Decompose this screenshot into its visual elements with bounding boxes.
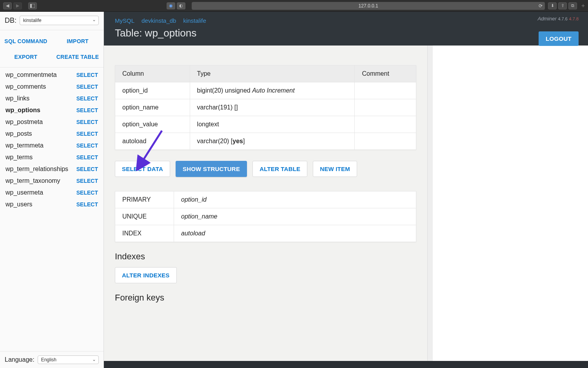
column-name-cell[interactable]: option_id (115, 82, 190, 99)
sidebar-table-row: wp_usermetaSELECT (0, 187, 103, 199)
url-text: 127.0.0.1 (359, 3, 378, 9)
table-select-link[interactable]: SELECT (76, 84, 98, 90)
svg-rect-1 (30, 4, 32, 8)
table-select-link[interactable]: SELECT (76, 95, 98, 102)
table-link[interactable]: wp_termmeta (5, 142, 44, 149)
sidebar-table-row: wp_termmetaSELECT (0, 140, 103, 151)
reload-icon[interactable]: ⟳ (539, 3, 543, 9)
brand: Adminer 4.7.6 4.7.8 (537, 16, 579, 22)
alter-indexes-button[interactable]: ALTER INDEXES (115, 267, 177, 283)
table-link[interactable]: wp_options (5, 107, 40, 114)
index-kind-cell: INDEX (115, 225, 174, 242)
col-header-comment: Comment (355, 66, 416, 82)
col-header-column: Column (115, 66, 190, 82)
column-type-cell: varchar(191) [] (190, 99, 355, 116)
sidebar-toggle-icon[interactable] (28, 2, 37, 9)
index-kind-cell: UNIQUE (115, 208, 174, 225)
footer-bar (104, 361, 588, 368)
select-data-button[interactable]: SELECT DATA (115, 161, 170, 177)
table-select-link[interactable]: SELECT (76, 166, 98, 172)
table-select-link[interactable]: SELECT (76, 189, 98, 196)
show-structure-button[interactable]: SHOW STRUCTURE (176, 161, 247, 177)
table-row: UNIQUEoption_name (115, 208, 416, 225)
new-item-button[interactable]: NEW ITEM (313, 161, 357, 177)
table-select-link[interactable]: SELECT (76, 131, 98, 137)
index-cols-cell: option_name (174, 208, 416, 225)
column-name-cell[interactable]: option_value (115, 116, 190, 133)
table-select-link[interactable]: SELECT (76, 154, 98, 160)
table-row: autoloadvarchar(20) [yes] (115, 133, 416, 150)
nav-forward-button[interactable]: ▶ (13, 2, 22, 9)
sidebar-table-row: wp_linksSELECT (0, 93, 103, 104)
logout-button[interactable]: LOGOUT (539, 31, 579, 46)
sidebar-table-row: wp_term_relationshipsSELECT (0, 163, 103, 175)
page-title: Table: wp_options (115, 27, 577, 39)
indexes-heading: Indexes (115, 251, 416, 262)
table-select-link[interactable]: SELECT (76, 142, 98, 149)
crumb-server[interactable]: devkinsta_db (142, 17, 176, 24)
index-kind-cell: PRIMARY (115, 191, 174, 208)
table-link[interactable]: wp_users (5, 201, 32, 208)
column-type-cell: bigint(20) unsigned Auto Increment (190, 82, 355, 99)
table-link[interactable]: wp_term_relationships (5, 166, 68, 173)
table-link[interactable]: wp_terms (5, 154, 33, 161)
db-select[interactable]: kinstalife (20, 16, 99, 25)
column-comment-cell (355, 116, 416, 133)
alter-table-button[interactable]: ALTER TABLE (252, 161, 307, 177)
table-link[interactable]: wp_comments (5, 83, 46, 90)
column-name-cell[interactable]: option_name (115, 99, 190, 116)
page-header: Adminer 4.7.6 4.7.8 MySQL devkinsta_db k… (104, 12, 588, 46)
table-select-link[interactable]: SELECT (76, 72, 98, 78)
language-label: Language: (5, 356, 34, 363)
column-type-cell: varchar(20) [yes] (190, 133, 355, 150)
column-name-cell[interactable]: autoload (115, 133, 190, 150)
table-link[interactable]: wp_term_taxonomy (5, 177, 60, 184)
indexes-summary-table: PRIMARYoption_idUNIQUEoption_nameINDEXau… (115, 191, 416, 242)
table-link[interactable]: wp_usermeta (5, 189, 43, 196)
nav-back-button[interactable]: ◀ (3, 2, 12, 9)
share-icon[interactable]: ⇪ (558, 2, 567, 9)
column-comment-cell (355, 133, 416, 150)
sidebar-table-row: wp_termsSELECT (0, 151, 103, 163)
table-select-link[interactable]: SELECT (76, 107, 98, 113)
table-link[interactable]: wp_links (5, 95, 29, 102)
sidebar-table-row: wp_postsSELECT (0, 128, 103, 140)
crumb-db[interactable]: kinstalife (183, 17, 206, 24)
sql-command-link[interactable]: SQL COMMAND (0, 33, 52, 49)
table-link[interactable]: wp_postmeta (5, 118, 43, 126)
language-select[interactable]: English (38, 355, 99, 364)
export-link[interactable]: EXPORT (0, 49, 52, 65)
url-bar[interactable]: 127.0.0.1 ⟳ (192, 2, 545, 10)
col-header-type: Type (190, 66, 355, 82)
crumb-driver[interactable]: MySQL (115, 17, 134, 24)
sidebar-table-row: wp_commentmetaSELECT (0, 69, 103, 81)
content-pane: Column Type Comment option_idbigint(20) … (104, 46, 427, 361)
table-link[interactable]: wp_commentmeta (5, 71, 57, 78)
create-table-link[interactable]: CREATE TABLE (52, 49, 103, 65)
reader-icon[interactable]: ◐ (177, 2, 185, 9)
tabs-icon[interactable]: ⧉ (568, 2, 577, 9)
browser-toolbar: ◀ ▶ ◉ ◐ 127.0.0.1 ⟳ ⬇ ⇪ ⧉ ＋ (0, 0, 588, 12)
sidebar-table-row: wp_usersSELECT (0, 199, 103, 210)
sidebar-table-row: wp_commentsSELECT (0, 81, 103, 93)
sidebar-table-row: wp_term_taxonomySELECT (0, 175, 103, 187)
table-select-link[interactable]: SELECT (76, 201, 98, 208)
sidebar: DB: kinstalife SQL COMMAND IMPORT EXPORT… (0, 12, 104, 368)
new-tab-icon[interactable]: ＋ (580, 2, 588, 9)
sidebar-table-row: wp_optionsSELECT (0, 104, 103, 116)
sidebar-table-row: wp_postmetaSELECT (0, 116, 103, 128)
table-select-link[interactable]: SELECT (76, 178, 98, 184)
table-list: wp_commentmetaSELECTwp_commentsSELECTwp_… (0, 67, 103, 351)
column-comment-cell (355, 99, 416, 116)
content-scrollbar[interactable] (427, 46, 433, 361)
db-label: DB: (5, 16, 16, 25)
shield-icon[interactable]: ◉ (167, 2, 175, 9)
index-cols-cell: autoload (174, 225, 416, 242)
download-icon[interactable]: ⬇ (548, 2, 557, 9)
table-row: PRIMARYoption_id (115, 191, 416, 208)
foreign-keys-heading: Foreign keys (115, 293, 416, 303)
import-link[interactable]: IMPORT (52, 33, 103, 49)
table-row: option_valuelongtext (115, 116, 416, 133)
table-link[interactable]: wp_posts (5, 130, 32, 137)
table-select-link[interactable]: SELECT (76, 119, 98, 125)
